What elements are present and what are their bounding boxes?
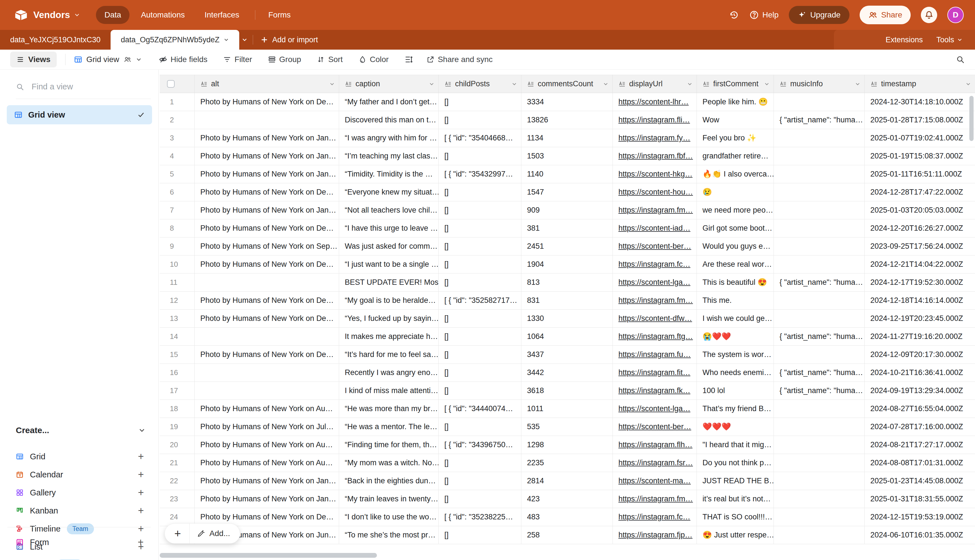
table-tab[interactable]: data_Og5Zq6ZPNhWb5ydeZ (110, 30, 239, 50)
tools-button[interactable]: Tools (937, 35, 963, 44)
cell-alt[interactable] (195, 382, 339, 400)
cell-caption[interactable]: “Yes, I fucked up by sayin… (339, 310, 439, 328)
cell-musicInfo[interactable] (774, 454, 865, 472)
cell-firstComment[interactable]: "I heard that it mig… (697, 436, 774, 454)
cell-childPosts[interactable]: [] (439, 328, 521, 346)
cell-childPosts[interactable]: [ { "id": "352582717… (439, 292, 521, 310)
cell-caption[interactable]: “I was angry with him for … (339, 129, 439, 147)
cell-timestamp[interactable]: 2025-01-23T14:45:08.000Z (865, 472, 975, 490)
add-view-plus-icon[interactable]: + (138, 468, 144, 480)
cell-alt[interactable]: Photo by Humans of New York on De… (195, 93, 339, 111)
cell-firstComment[interactable]: Are these real wor… (697, 255, 774, 273)
row-number[interactable]: 7 (160, 201, 195, 219)
add-or-import-button[interactable]: Add or import (260, 35, 318, 44)
cell-caption[interactable]: “It’s hard for me to feel sa… (339, 346, 439, 364)
cell-childPosts[interactable]: [] (439, 310, 521, 328)
cell-displayUrl[interactable]: https://instagram.flh… (613, 436, 697, 454)
cell-alt[interactable] (195, 328, 339, 346)
cell-childPosts[interactable]: [ { "id": "34440074… (439, 400, 521, 418)
cell-commentsCount[interactable]: 813 (521, 273, 613, 292)
cell-alt[interactable]: Photo by Humans of New York on Jan… (195, 490, 339, 508)
cell-caption[interactable]: “Not all teachers love chil… (339, 201, 439, 219)
cell-timestamp[interactable]: 2024-08-27T16:55:04.000Z (865, 400, 975, 418)
add-view-plus-icon[interactable]: + (138, 451, 144, 462)
cell-caption[interactable]: It makes me appreciate h… (339, 328, 439, 346)
cell-caption[interactable]: “I’m teaching my last clas… (339, 147, 439, 165)
row-number[interactable]: 19 (160, 418, 195, 436)
cell-displayUrl[interactable]: https://instagram.fjp… (613, 526, 697, 544)
cell-musicInfo[interactable] (774, 490, 865, 508)
cell-timestamp[interactable]: 2025-01-03T20:05:03.000Z (865, 201, 975, 219)
cell-childPosts[interactable]: [] (439, 183, 521, 201)
cell-firstComment[interactable]: 100 lol (697, 382, 774, 400)
cell-commentsCount[interactable]: 2451 (521, 237, 613, 255)
top-nav-tab[interactable]: Interfaces (196, 6, 248, 24)
cell-firstComment[interactable]: we need more peo… (697, 201, 774, 219)
cell-displayUrl[interactable]: https://scontent-dfw… (613, 310, 697, 328)
cell-caption[interactable]: “My mom was a witch. No… (339, 454, 439, 472)
table-tab[interactable]: data_YeJXCj519OJntxC30 (0, 30, 110, 50)
vertical-scrollbar[interactable] (969, 96, 973, 141)
cell-timestamp[interactable]: 2024-12-28T17:47:22.000Z (865, 183, 975, 201)
cell-timestamp[interactable]: 2024-12-09T20:17:30.000Z (865, 346, 975, 364)
cell-displayUrl[interactable]: https://instagram.fbf… (613, 147, 697, 165)
cell-firstComment[interactable]: Do you not think p… (697, 454, 774, 472)
cell-caption[interactable]: “He was more than my br… (339, 400, 439, 418)
cell-timestamp[interactable]: 2024-12-17T19:52:30.000Z (865, 273, 975, 292)
cell-displayUrl[interactable]: https://instagram.fit… (613, 364, 697, 382)
cell-commentsCount[interactable]: 909 (521, 201, 613, 219)
cell-commentsCount[interactable]: 2814 (521, 472, 613, 490)
cell-musicInfo[interactable] (774, 255, 865, 273)
cell-childPosts[interactable]: [] (439, 472, 521, 490)
workspace-switcher[interactable]: Vendors (33, 10, 80, 20)
help-button[interactable]: Help (749, 10, 779, 20)
cell-firstComment[interactable]: 😍 Just utter respe… (697, 526, 774, 544)
row-number[interactable]: 9 (160, 237, 195, 255)
top-nav-tab[interactable]: Automations (132, 6, 193, 24)
tab-list-chevron[interactable] (242, 37, 248, 43)
cell-timestamp[interactable]: 2025-01-28T17:15:08.000Z (865, 111, 975, 129)
cell-musicInfo[interactable] (774, 201, 865, 219)
cell-timestamp[interactable]: 2024-08-08T17:01:31.000Z (865, 454, 975, 472)
add-view-plus-icon[interactable]: + (138, 536, 144, 548)
cell-timestamp[interactable]: 2024-06-10T16:01:35.000Z (865, 526, 975, 544)
cell-caption[interactable]: “I have this urge to leave … (339, 219, 439, 237)
select-all-header[interactable] (160, 75, 195, 93)
row-number[interactable]: 1 (160, 93, 195, 111)
cell-childPosts[interactable]: [] (439, 526, 521, 544)
row-number[interactable]: 16 (160, 364, 195, 382)
cell-firstComment[interactable]: THAT is SO cool!!!… (697, 508, 774, 526)
cell-commentsCount[interactable]: 483 (521, 508, 613, 526)
cell-alt[interactable]: Photo by Humans of New York on Au… (195, 400, 339, 418)
cell-commentsCount[interactable]: 1503 (521, 147, 613, 165)
top-nav-tab[interactable]: Data (96, 6, 130, 24)
cell-caption[interactable]: “He was a mentor. The le… (339, 418, 439, 436)
cell-timestamp[interactable]: 2024-12-18T14:16:14.000Z (865, 292, 975, 310)
cell-firstComment[interactable]: That’s my friend B… (697, 400, 774, 418)
cell-caption[interactable]: “I just want to be a single … (339, 255, 439, 273)
cell-commentsCount[interactable]: 1140 (521, 165, 613, 183)
cell-displayUrl[interactable]: https://scontent-hkg… (613, 165, 697, 183)
column-header[interactable]: timestamp (865, 75, 975, 93)
create-view-item[interactable]: Calendar + (0, 465, 159, 483)
row-number[interactable]: 5 (160, 165, 195, 183)
cell-alt[interactable]: Photo by Humans of New York on Jul… (195, 418, 339, 436)
cell-firstComment[interactable]: 😢 (697, 183, 774, 201)
history-icon[interactable] (729, 10, 739, 20)
cell-childPosts[interactable]: [ { "id": "35432997… (439, 165, 521, 183)
cell-displayUrl[interactable]: https://scontent-hou… (613, 183, 697, 201)
cell-displayUrl[interactable]: https://instagram.fli… (613, 111, 697, 129)
cell-firstComment[interactable]: Who needs enemi… (697, 364, 774, 382)
cell-caption[interactable]: I kind of miss male attenti… (339, 382, 439, 400)
cell-alt[interactable]: Photo by Humans of New York on De… (195, 255, 339, 273)
current-view-button[interactable]: Grid view (74, 55, 142, 64)
cell-timestamp[interactable]: 2024-10-21T16:36:41.000Z (865, 364, 975, 382)
row-number[interactable]: 13 (160, 310, 195, 328)
add-with-ai-button[interactable]: Add... (190, 529, 240, 538)
cell-commentsCount[interactable]: 423 (521, 490, 613, 508)
cell-caption[interactable]: “Timidity. Timidity is the … (339, 165, 439, 183)
cell-commentsCount[interactable]: 1134 (521, 129, 613, 147)
create-view-item[interactable]: Gantt Team + (0, 556, 159, 560)
create-view-item[interactable]: Kanban + (0, 502, 159, 520)
cell-firstComment[interactable]: I wish we could ge… (697, 310, 774, 328)
